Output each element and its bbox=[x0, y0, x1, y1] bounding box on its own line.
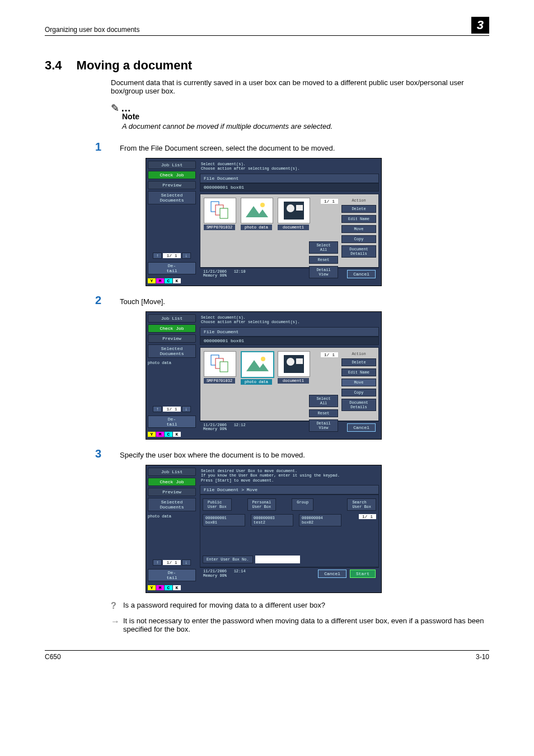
check-job-button[interactable]: Check Job bbox=[148, 478, 196, 486]
memory: Memory 99% bbox=[203, 427, 227, 431]
edit-name-button[interactable]: Edit Name bbox=[341, 215, 376, 223]
box-button[interactable]: 000000001 box01 bbox=[203, 514, 245, 526]
search-userbox-button[interactable]: Search User Box bbox=[347, 498, 376, 511]
svg-marker-3 bbox=[246, 206, 268, 217]
cancel-button[interactable]: Cancel bbox=[347, 270, 376, 278]
memory: Memory 99% bbox=[203, 273, 227, 278]
copy-button[interactable]: Copy bbox=[341, 235, 376, 243]
toner-indicator: Y M C K bbox=[148, 432, 196, 437]
check-job-button[interactable]: Check Job bbox=[148, 324, 196, 333]
arrow-icon: → bbox=[111, 617, 118, 633]
select-all-button[interactable]: Select All bbox=[309, 241, 338, 254]
page-indicator: 1/ 1 bbox=[321, 199, 338, 204]
preview-button[interactable]: Preview bbox=[148, 334, 196, 343]
document-details-button[interactable]: Document Details bbox=[341, 399, 376, 411]
pager-value: 1/ 1 bbox=[163, 253, 180, 258]
pager-up[interactable]: ↑ bbox=[153, 406, 162, 412]
thumb-label: SMFP0701032 bbox=[204, 225, 235, 230]
pager-down[interactable]: ↓ bbox=[182, 406, 191, 412]
selected-documents-label: Selected Documents bbox=[148, 191, 196, 204]
thumb-label: photo data bbox=[241, 379, 272, 385]
time: 12:14 bbox=[234, 569, 246, 573]
file-document-tab[interactable]: File Document bbox=[200, 174, 379, 183]
pager-up[interactable]: ↑ bbox=[153, 559, 162, 566]
select-all-button[interactable]: Select All bbox=[309, 395, 338, 407]
preview-button[interactable]: Preview bbox=[148, 488, 196, 496]
section-title: Moving a document bbox=[77, 58, 193, 73]
edit-name-button[interactable]: Edit Name bbox=[341, 368, 376, 376]
svg-rect-2 bbox=[220, 208, 228, 218]
pager-value: 1/ 1 bbox=[163, 560, 180, 565]
job-list-button[interactable]: Job List bbox=[148, 161, 196, 169]
group-button[interactable]: Group bbox=[292, 498, 313, 511]
footer-left: C650 bbox=[45, 653, 61, 661]
instruction-text: Select document(s). Choose action after … bbox=[200, 161, 379, 174]
detail-button[interactable]: De- tail bbox=[148, 569, 196, 581]
screenshot-file-document-1: Job List Check Job Preview Selected Docu… bbox=[146, 158, 382, 286]
job-list-button[interactable]: Job List bbox=[148, 468, 196, 476]
file-document-tab[interactable]: File Document bbox=[200, 327, 379, 337]
thumb-label: SMFP0701032 bbox=[204, 378, 235, 384]
detail-view-button[interactable]: Detail View bbox=[309, 266, 338, 278]
step-text: From the File Document screen, select th… bbox=[120, 141, 335, 153]
svg-point-6 bbox=[287, 204, 294, 212]
userbox-number-input[interactable] bbox=[255, 556, 300, 563]
file-document-move-tab[interactable]: File Document > Move bbox=[200, 485, 379, 494]
box-button[interactable]: 000000004 box02 bbox=[299, 514, 341, 526]
footer-right: 3-10 bbox=[476, 653, 489, 661]
memory: Memory 99% bbox=[203, 573, 227, 578]
screenshot-move: Job List Check Job Preview Selected Docu… bbox=[146, 465, 382, 593]
thumb-item[interactable]: SMFP0701032 bbox=[204, 351, 235, 385]
svg-rect-7 bbox=[296, 205, 303, 211]
job-list-button[interactable]: Job List bbox=[148, 314, 196, 323]
action-label: Action bbox=[341, 197, 376, 203]
reset-button[interactable]: Reset bbox=[309, 256, 338, 264]
time: 12:12 bbox=[234, 423, 246, 427]
box-button[interactable]: 000000003 test2 bbox=[251, 514, 293, 526]
start-button[interactable]: Start bbox=[350, 570, 376, 578]
note-label: Note bbox=[122, 112, 489, 121]
thumb-item-selected[interactable]: photo data bbox=[241, 351, 272, 385]
thumb-label: photo data bbox=[241, 225, 272, 230]
thumb-item[interactable]: SMFP0701032 bbox=[204, 198, 235, 230]
pager-up[interactable]: ↑ bbox=[153, 253, 162, 259]
cancel-button[interactable]: Cancel bbox=[347, 423, 376, 432]
toner-indicator: Y M C K bbox=[148, 585, 196, 590]
step-number: 3 bbox=[95, 447, 105, 460]
preview-button[interactable]: Preview bbox=[148, 181, 196, 189]
detail-button[interactable]: De- tail bbox=[148, 416, 196, 428]
qa-answer: It is not necessary to enter the passwor… bbox=[123, 617, 489, 633]
screenshot-file-document-2: Job List Check Job Preview Selected Docu… bbox=[146, 311, 382, 440]
move-button[interactable]: Move bbox=[341, 379, 376, 386]
reset-button[interactable]: Reset bbox=[309, 409, 338, 417]
pager-down[interactable]: ↓ bbox=[182, 253, 191, 259]
public-userbox-button[interactable]: Public User Box bbox=[203, 498, 232, 511]
step-number: 1 bbox=[95, 141, 105, 153]
selected-list bbox=[148, 206, 196, 251]
intro-text: Document data that is currently saved in… bbox=[111, 78, 489, 95]
copy-button[interactable]: Copy bbox=[341, 389, 376, 396]
selected-list: photo data bbox=[148, 360, 196, 404]
breadcrumb: Organizing user box documents bbox=[45, 26, 139, 34]
pager-down[interactable]: ↓ bbox=[182, 559, 191, 566]
step-text: Touch [Move]. bbox=[120, 294, 165, 307]
personal-userbox-button[interactable]: Personal User Box bbox=[247, 498, 277, 511]
detail-view-button[interactable]: Detail View bbox=[309, 419, 338, 432]
delete-button[interactable]: Delete bbox=[341, 205, 376, 213]
thumb-item[interactable]: document1 bbox=[278, 351, 309, 385]
detail-button[interactable]: De- tail bbox=[148, 262, 196, 274]
delete-button[interactable]: Delete bbox=[341, 358, 376, 366]
thumb-item[interactable]: photo data bbox=[241, 198, 272, 230]
section-number: 3.4 bbox=[45, 58, 62, 73]
svg-point-14 bbox=[287, 358, 294, 366]
box-path: 000000001 box01 bbox=[200, 337, 379, 345]
cancel-button[interactable]: Cancel bbox=[318, 570, 346, 578]
move-button[interactable]: Move bbox=[341, 225, 376, 233]
svg-rect-15 bbox=[296, 358, 303, 364]
question-icon: ? bbox=[111, 601, 118, 611]
thumb-item[interactable]: document1 bbox=[278, 198, 309, 230]
check-job-button[interactable]: Check Job bbox=[148, 171, 196, 179]
document-details-button[interactable]: Document Details bbox=[341, 245, 376, 258]
pager-value: 1/ 1 bbox=[163, 407, 180, 412]
page-indicator: 1/ 1 bbox=[321, 352, 338, 357]
